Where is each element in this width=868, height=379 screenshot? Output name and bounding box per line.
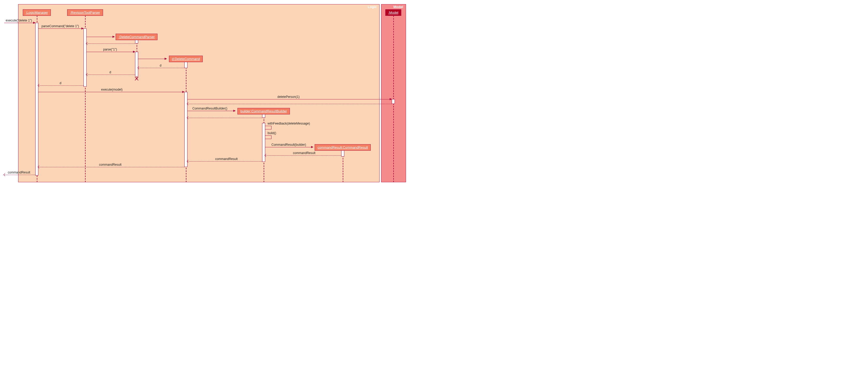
msg-delete-person-label: deletePerson(1)	[277, 95, 300, 99]
msg-create-dcp	[87, 37, 115, 37]
activation-logic-manager	[35, 23, 38, 175]
participant-logic-manager: :LogicManager	[23, 9, 51, 16]
msg-create-cr-label: CommandResult(builder)	[271, 143, 306, 146]
msg-create-crb-label: CommandResultBuilder()	[192, 107, 228, 110]
msg-return-crb	[187, 118, 262, 118]
msg-execute-model	[38, 92, 184, 92]
msg-return-cr-2-label: commandResult	[215, 157, 238, 161]
lifeline-model	[393, 15, 394, 182]
participant-delete-command-parser: :DeleteCommandParser	[116, 34, 157, 40]
msg-return-cr-2	[187, 161, 262, 162]
msg-return-cr-1-label: commandResult	[292, 151, 316, 155]
destroy-dcp	[134, 76, 139, 81]
participant-command-result-builder: builder:CommandResultBuilder	[238, 108, 290, 114]
activation-dcp-2	[135, 52, 138, 77]
msg-return-cr-4	[4, 175, 35, 175]
msg-return-d-3-label: d	[59, 81, 62, 85]
selfloop-with-feedback	[265, 126, 272, 130]
frame-model-label: Model	[391, 4, 406, 9]
msg-return-cr-3	[38, 167, 184, 167]
msg-return-d-2-label: d	[109, 70, 112, 74]
msg-create-cr	[265, 147, 313, 147]
msg-return-d-3	[38, 85, 84, 86]
frame-logic-label: Logic	[365, 4, 379, 9]
activation-crb-2	[262, 123, 265, 162]
msg-return-dcp	[87, 43, 135, 44]
msg-parse-1	[87, 52, 135, 52]
sequence-diagram: Logic Model :LogicManager :RevisionToolP…	[3, 3, 407, 184]
participant-delete-command: d:DeleteCommand	[169, 56, 203, 62]
msg-build-label: build()	[267, 131, 277, 135]
participant-revision-tool-parser: :RevisionToolParser	[67, 9, 103, 16]
activation-revision-tool-parser	[84, 29, 87, 87]
msg-create-crb	[187, 111, 236, 111]
msg-with-feedback-label: withFeedback(deleteMessage)	[267, 122, 310, 125]
msg-return-cr-4-label: commandResult	[7, 171, 31, 174]
msg-return-cr-1	[265, 155, 341, 156]
msg-execute-delete-1-label: execute("delete 1")	[5, 19, 32, 22]
msg-parse-command-label: parseCommand("delete 1")	[41, 24, 80, 28]
activation-model	[392, 99, 395, 104]
msg-parse-1-label: parse("1")	[103, 48, 118, 51]
selfloop-build	[265, 135, 272, 139]
msg-execute-model-label: execute(model)	[101, 88, 123, 92]
participant-command-result: commandResult:CommandResult	[315, 144, 371, 151]
msg-return-d-1-label: d	[159, 64, 162, 67]
participant-model: :Model	[385, 9, 401, 16]
msg-return-cr-3-label: commandResult	[98, 163, 122, 167]
msg-return-delete-person	[187, 104, 392, 104]
